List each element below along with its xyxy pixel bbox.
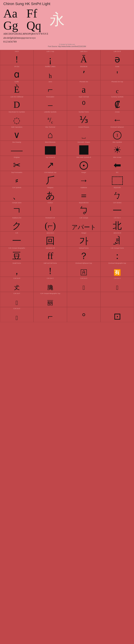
cell-label-25: Block Elements (34, 141, 67, 143)
cell-label-28: Dingbats (0, 156, 33, 158)
cell-glyph-8: È (14, 85, 20, 94)
grid-cell-21: Misc Technical⌂ (33, 126, 67, 141)
cell-label-36: CJK Symbols (0, 187, 33, 188)
grid-cell-14: Super And Sub⁰ (67, 95, 101, 110)
grid-cell-36: CJK Symbols、 (0, 186, 33, 201)
preview-qq: Qq (26, 20, 41, 32)
cell-label-20: Math Operations (0, 126, 33, 128)
cell-label-13: Punctuation (34, 96, 67, 98)
cell-glyph-64: 𭐀 (16, 300, 18, 306)
cell-glyph-45: (⌐) (45, 221, 56, 230)
cell-glyph-18: ⅓ (79, 115, 88, 124)
header: Chiron Sung HK SmPrt Light Aa Gg Ff Qq 永… (0, 0, 134, 50)
black-block-icon (45, 146, 56, 154)
cell-label-24: Box Drawing (0, 141, 33, 143)
grid-cell-7: Greek' (101, 65, 134, 80)
grid-cell-55: CJK Compat Forms： (101, 246, 134, 262)
cell-label-58: Enclosed Alphanum Sup (67, 262, 100, 264)
grid-cell-58: Enclosed Alphanum Sup🄰 (67, 262, 101, 277)
cell-label-60: CJK Ext B (0, 278, 33, 279)
cell-glyph-5: h (49, 73, 52, 79)
cell-label-3: Latin Ext B (101, 50, 134, 52)
cell-label-57: Half And Full Forms (34, 262, 67, 264)
grid-cell-25: Block Elements (33, 141, 67, 156)
cell-glyph-21: ⌂ (48, 130, 53, 140)
cell-glyph-22: ⎵ (82, 134, 86, 140)
cell-label-64: CJK Ext F (0, 292, 33, 294)
cell-glyph-53: ff (47, 252, 53, 260)
cell-glyph-34: → (79, 176, 88, 185)
grid-cell-67 (101, 292, 134, 307)
grid-cell-52: CJK Compat Ideographs豆 (0, 246, 33, 262)
fraction-glyph: a/c (48, 116, 53, 124)
cell-glyph-42: ㆠ (79, 206, 88, 215)
cell-label-2: Latin Ext A (67, 50, 100, 52)
grid-cell-17: Letterlike Symbolsa/c (33, 110, 67, 126)
cell-label-38: Katakana (67, 187, 100, 188)
cell-glyph-27: ☀ (113, 146, 121, 154)
grid-cell-60: CJK Ext B𠀋 (0, 277, 33, 292)
cell-label-5: Modifier Letters (34, 66, 67, 68)
cell-glyph-52: 豆 (12, 252, 21, 260)
circle-dot-inner (83, 165, 85, 166)
grid-cell-13: Punctuation– (33, 95, 67, 110)
cell-label-1: Latin 1 Sup (34, 50, 67, 52)
cell-label-23: Enclosed Alphanum (101, 126, 134, 128)
cell-label-59: Enclosed Ideographic Sup (101, 262, 134, 264)
cell-label-46: CJK Compat (67, 217, 100, 219)
cell-label-15: Currency Symbols (101, 96, 134, 98)
cell-glyph-50: 가 (79, 236, 88, 245)
cell-glyph-16: ◌ (13, 116, 20, 124)
black-square-icon (79, 145, 88, 154)
grid-cell-39: Bopomofoㄅ (101, 186, 134, 201)
grid-cell-24: Box Drawing (0, 141, 33, 156)
cell-glyph-13: – (48, 100, 53, 109)
cell-glyph-40: ㄱ (12, 206, 21, 215)
grid-cell-8: CyrillicÈ (0, 80, 33, 95)
cell-glyph-2: Ā (80, 55, 87, 64)
cell-label-55: CJK Compat Forms (101, 247, 134, 249)
grid-cell-42: Bopomofo Extㆠ (67, 201, 101, 216)
grid-cell-33: CJK Radicals Sup⺁ (33, 171, 67, 186)
cell-label-43: CJK Strokes (101, 202, 134, 204)
cell-label-6: Diacriticals (67, 66, 100, 68)
cell-label-8: Cyrillic (0, 81, 33, 82)
cell-glyph-49: 回 (46, 236, 55, 245)
grid-cell-50: Hangul가 (67, 232, 101, 246)
cell-label-53: Alphabetic PF (34, 247, 67, 249)
cell-glyph-59: 🈶 (114, 270, 121, 276)
grid-cell-6: Diacriticalsʼ (67, 65, 101, 80)
grid-cell-11: Phonetic Ext Supc (101, 80, 134, 95)
cell-label-30: Misc Math Symbols B (67, 156, 100, 158)
cell-label-47: CJK Ext A (101, 217, 134, 219)
cell-label-32: Sup Punctuation (0, 172, 33, 173)
cell-glyph-12: D (13, 100, 20, 109)
preview-aa: Aa (3, 8, 18, 20)
cell-glyph-58: 🄰 (81, 270, 87, 276)
cell-label-17: Letterlike Symbols (34, 111, 67, 113)
grid-cell-45: Enclosed CJK(⌐) (33, 216, 67, 232)
horiz-line-icon (11, 151, 23, 151)
cell-glyph-3: ə (115, 55, 120, 64)
design-credit: © Design by fontke.com (3, 44, 131, 45)
grid-cell-49: Jamo Ext A回 (33, 232, 67, 246)
cell-glyph-47: 北 (113, 221, 122, 230)
cell-glyph-71: ⊡ (114, 312, 121, 321)
cell-label-41: Kanbun (34, 202, 67, 204)
cell-glyph-7: ' (116, 70, 118, 79)
cell-label-16: Diacriticals For Symbols (0, 111, 33, 113)
alphabet-lower: abcdefghijklmnopqrstuvwxyz (3, 36, 131, 40)
grid-cell-28: Dingbats✂ (0, 156, 33, 171)
grid-cell-16: Diacriticals For Symbols◌ (0, 110, 33, 126)
grid-cell-4: IPA Extɑ (0, 65, 33, 80)
cell-glyph-41: ㆐ (46, 206, 55, 215)
grid-cell-2: Latin Ext AĀ (67, 50, 101, 65)
cell-label-26: Geometric Shapes (67, 141, 100, 143)
grid-cell-53: Alphabetic PFff (33, 246, 67, 262)
grid-cell-34: Kangxi→ (67, 171, 101, 186)
cell-label-61: CJK Ext C (34, 278, 67, 279)
cell-label-34: Kangxi (67, 172, 100, 173)
cell-glyph-1: ¡ (49, 55, 52, 64)
grid-cell-23: Enclosed Alphanum1 (101, 126, 134, 141)
cell-label-51: Jamo Ext B (101, 232, 134, 234)
